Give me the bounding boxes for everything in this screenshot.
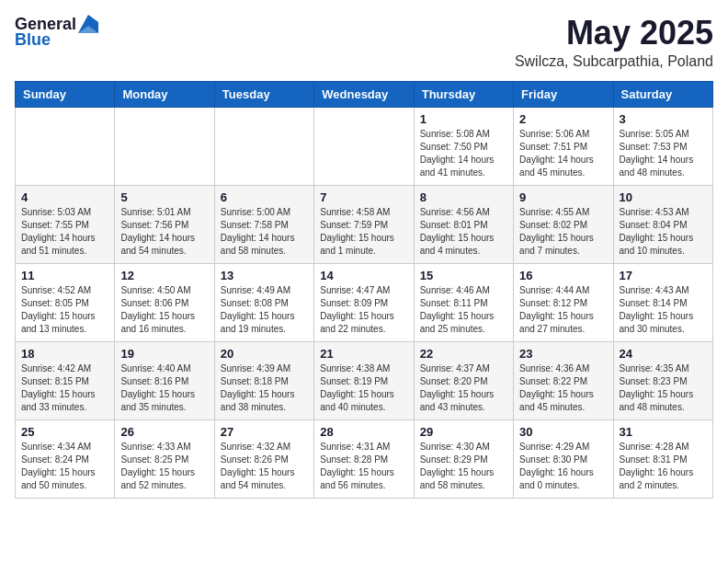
day-number: 12: [120, 269, 208, 282]
calendar-cell: 24Sunrise: 4:35 AM Sunset: 8:23 PM Dayli…: [613, 341, 712, 419]
day-info: Sunrise: 4:37 AM Sunset: 8:20 PM Dayligh…: [420, 362, 507, 414]
day-number: 30: [519, 425, 607, 439]
day-number: 22: [420, 347, 507, 361]
day-number: 1: [420, 112, 507, 126]
calendar-cell: 15Sunrise: 4:46 AM Sunset: 8:11 PM Dayli…: [414, 263, 513, 341]
week-row-1: 1Sunrise: 5:08 AM Sunset: 7:50 PM Daylig…: [16, 107, 713, 185]
calendar-cell: 1Sunrise: 5:08 AM Sunset: 7:50 PM Daylig…: [414, 107, 513, 185]
calendar-cell: 22Sunrise: 4:37 AM Sunset: 8:20 PM Dayli…: [414, 341, 513, 419]
day-info: Sunrise: 4:56 AM Sunset: 8:01 PM Dayligh…: [420, 206, 507, 258]
day-info: Sunrise: 4:40 AM Sunset: 8:16 PM Dayligh…: [120, 362, 208, 414]
calendar-cell: 25Sunrise: 4:34 AM Sunset: 8:24 PM Dayli…: [16, 419, 115, 498]
day-info: Sunrise: 4:31 AM Sunset: 8:28 PM Dayligh…: [320, 441, 407, 492]
calendar-cell: 10Sunrise: 4:53 AM Sunset: 8:04 PM Dayli…: [613, 185, 712, 263]
logo: General Blue: [15, 15, 98, 50]
day-number: 17: [620, 269, 707, 282]
calendar-cell: 12Sunrise: 4:50 AM Sunset: 8:06 PM Dayli…: [115, 263, 214, 341]
day-info: Sunrise: 4:33 AM Sunset: 8:25 PM Dayligh…: [120, 441, 208, 492]
week-row-4: 18Sunrise: 4:42 AM Sunset: 8:15 PM Dayli…: [16, 341, 713, 419]
day-info: Sunrise: 4:32 AM Sunset: 8:26 PM Dayligh…: [221, 441, 308, 492]
day-number: 31: [620, 425, 707, 439]
weekday-header-thursday: Thursday: [414, 81, 513, 107]
calendar-cell: 23Sunrise: 4:36 AM Sunset: 8:22 PM Dayli…: [514, 341, 613, 419]
day-info: Sunrise: 4:43 AM Sunset: 8:14 PM Dayligh…: [620, 284, 707, 336]
day-number: 7: [320, 190, 407, 204]
day-number: 8: [420, 190, 507, 204]
day-number: 10: [620, 190, 707, 204]
day-info: Sunrise: 4:38 AM Sunset: 8:19 PM Dayligh…: [320, 362, 407, 414]
day-info: Sunrise: 4:29 AM Sunset: 8:30 PM Dayligh…: [519, 441, 607, 492]
day-number: 16: [519, 269, 607, 282]
day-number: 6: [221, 190, 308, 204]
day-info: Sunrise: 5:08 AM Sunset: 7:50 PM Dayligh…: [420, 128, 507, 179]
day-number: 18: [21, 347, 108, 361]
calendar-cell: 30Sunrise: 4:29 AM Sunset: 8:30 PM Dayli…: [514, 419, 613, 498]
day-info: Sunrise: 5:01 AM Sunset: 7:56 PM Dayligh…: [120, 206, 208, 258]
day-info: Sunrise: 4:42 AM Sunset: 8:15 PM Dayligh…: [21, 362, 108, 414]
logo-blue: Blue: [15, 30, 51, 50]
day-info: Sunrise: 5:03 AM Sunset: 7:55 PM Dayligh…: [21, 206, 108, 258]
day-info: Sunrise: 4:58 AM Sunset: 7:59 PM Dayligh…: [320, 206, 407, 258]
week-row-3: 11Sunrise: 4:52 AM Sunset: 8:05 PM Dayli…: [16, 263, 713, 341]
calendar-cell: 9Sunrise: 4:55 AM Sunset: 8:02 PM Daylig…: [514, 185, 613, 263]
day-number: 11: [21, 269, 108, 282]
page-header: General Blue May 2025 Swilcza, Subcarpat…: [15, 15, 713, 70]
calendar-cell: 27Sunrise: 4:32 AM Sunset: 8:26 PM Dayli…: [214, 419, 313, 498]
day-number: 15: [420, 269, 507, 282]
day-info: Sunrise: 4:47 AM Sunset: 8:09 PM Dayligh…: [320, 284, 407, 336]
day-info: Sunrise: 4:49 AM Sunset: 8:08 PM Dayligh…: [221, 284, 308, 336]
day-info: Sunrise: 4:30 AM Sunset: 8:29 PM Dayligh…: [420, 441, 507, 492]
calendar-cell: 8Sunrise: 4:56 AM Sunset: 8:01 PM Daylig…: [414, 185, 513, 263]
calendar-cell: 4Sunrise: 5:03 AM Sunset: 7:55 PM Daylig…: [16, 185, 115, 263]
day-info: Sunrise: 4:46 AM Sunset: 8:11 PM Dayligh…: [420, 284, 507, 336]
logo-icon: [78, 15, 98, 33]
location-title: Swilcza, Subcarpathia, Poland: [515, 53, 713, 70]
calendar-cell: 20Sunrise: 4:39 AM Sunset: 8:18 PM Dayli…: [214, 341, 313, 419]
day-number: 13: [221, 269, 308, 282]
weekday-header-saturday: Saturday: [613, 81, 712, 107]
day-number: 3: [620, 112, 707, 126]
calendar-cell: 2Sunrise: 5:06 AM Sunset: 7:51 PM Daylig…: [514, 107, 613, 185]
day-number: 24: [620, 347, 707, 361]
day-number: 19: [120, 347, 208, 361]
calendar-cell: 19Sunrise: 4:40 AM Sunset: 8:16 PM Dayli…: [115, 341, 214, 419]
calendar-cell: 26Sunrise: 4:33 AM Sunset: 8:25 PM Dayli…: [115, 419, 214, 498]
day-info: Sunrise: 4:53 AM Sunset: 8:04 PM Dayligh…: [620, 206, 707, 258]
month-title: May 2025: [515, 15, 713, 52]
day-number: 26: [120, 425, 208, 439]
day-number: 14: [320, 269, 407, 282]
day-info: Sunrise: 4:36 AM Sunset: 8:22 PM Dayligh…: [519, 362, 607, 414]
day-info: Sunrise: 5:06 AM Sunset: 7:51 PM Dayligh…: [519, 128, 607, 179]
calendar-cell: 5Sunrise: 5:01 AM Sunset: 7:56 PM Daylig…: [115, 185, 214, 263]
calendar-cell: 7Sunrise: 4:58 AM Sunset: 7:59 PM Daylig…: [314, 185, 414, 263]
weekday-header-sunday: Sunday: [16, 81, 115, 107]
weekday-header-friday: Friday: [514, 81, 613, 107]
week-row-2: 4Sunrise: 5:03 AM Sunset: 7:55 PM Daylig…: [16, 185, 713, 263]
week-row-5: 25Sunrise: 4:34 AM Sunset: 8:24 PM Dayli…: [16, 419, 713, 498]
weekday-header-tuesday: Tuesday: [214, 81, 313, 107]
calendar-cell: [115, 107, 214, 185]
day-info: Sunrise: 4:35 AM Sunset: 8:23 PM Dayligh…: [620, 362, 707, 414]
day-number: 27: [221, 425, 308, 439]
day-info: Sunrise: 4:50 AM Sunset: 8:06 PM Dayligh…: [120, 284, 208, 336]
calendar-table: SundayMondayTuesdayWednesdayThursdayFrid…: [15, 81, 713, 499]
day-info: Sunrise: 4:44 AM Sunset: 8:12 PM Dayligh…: [519, 284, 607, 336]
calendar-cell: 31Sunrise: 4:28 AM Sunset: 8:31 PM Dayli…: [613, 419, 712, 498]
day-info: Sunrise: 4:34 AM Sunset: 8:24 PM Dayligh…: [21, 441, 108, 492]
day-number: 21: [320, 347, 407, 361]
day-info: Sunrise: 4:52 AM Sunset: 8:05 PM Dayligh…: [21, 284, 108, 336]
day-info: Sunrise: 5:00 AM Sunset: 7:58 PM Dayligh…: [221, 206, 308, 258]
calendar-cell: 14Sunrise: 4:47 AM Sunset: 8:09 PM Dayli…: [314, 263, 414, 341]
day-info: Sunrise: 4:39 AM Sunset: 8:18 PM Dayligh…: [221, 362, 308, 414]
weekday-header-row: SundayMondayTuesdayWednesdayThursdayFrid…: [16, 81, 713, 107]
day-info: Sunrise: 5:05 AM Sunset: 7:53 PM Dayligh…: [620, 128, 707, 179]
title-block: May 2025 Swilcza, Subcarpathia, Poland: [515, 15, 713, 70]
weekday-header-wednesday: Wednesday: [314, 81, 414, 107]
weekday-header-monday: Monday: [115, 81, 214, 107]
day-number: 29: [420, 425, 507, 439]
calendar-cell: 6Sunrise: 5:00 AM Sunset: 7:58 PM Daylig…: [214, 185, 313, 263]
day-number: 5: [120, 190, 208, 204]
calendar-cell: 16Sunrise: 4:44 AM Sunset: 8:12 PM Dayli…: [514, 263, 613, 341]
calendar-cell: [214, 107, 313, 185]
calendar-cell: [16, 107, 115, 185]
